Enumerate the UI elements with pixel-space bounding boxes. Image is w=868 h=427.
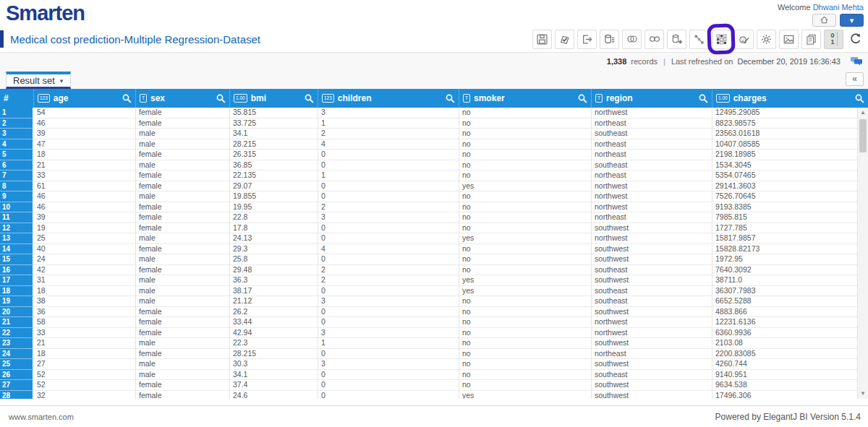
refresh-button[interactable]	[846, 30, 864, 49]
row-number: 5	[0, 150, 34, 160]
cell-sex: female	[136, 391, 230, 400]
title-accent-bar	[0, 30, 4, 48]
search-icon-age[interactable]	[122, 94, 132, 103]
table-row[interactable]: 1046female19.952nonorthwest9193.8385	[0, 202, 868, 213]
table-row[interactable]: 2527male30.33nosouthwest4260.744	[0, 359, 868, 370]
copy-pages-button[interactable]	[801, 30, 821, 49]
table-row[interactable]: 447male28.2154nonortheast10407.08585	[0, 139, 868, 150]
save-button[interactable]	[532, 30, 552, 49]
picture-button[interactable]	[779, 30, 799, 49]
table-row[interactable]: 733female22.1351nonortheast5354.07465	[0, 171, 868, 181]
search-icon-smoker[interactable]	[578, 94, 587, 103]
grid-body: 154female35.8153nonorthwest12495.2908524…	[0, 108, 868, 399]
cell-bmi: 22.3	[230, 338, 318, 349]
column-header-children[interactable]: 123children	[318, 89, 459, 108]
cell-sex: female	[136, 108, 230, 118]
table-row[interactable]: 1642female29.482nosoutheast7640.3092	[0, 265, 868, 276]
vertical-scrollbar[interactable]: ▲ ▼	[857, 108, 868, 399]
table-row[interactable]: 1818male38.170yessoutheast36307.7983	[0, 286, 868, 297]
cell-region: southwest	[592, 254, 712, 265]
database-list-button[interactable]	[600, 30, 619, 49]
column-label-smoker: smoker	[474, 93, 505, 103]
column-header-charges[interactable]: 1.00charges	[712, 89, 868, 108]
table-row[interactable]: 154female35.8153nonorthwest12495.29085	[0, 108, 868, 118]
table-row[interactable]: 2832female24.60yessouthwest17496.306	[0, 391, 868, 400]
search-icon-region[interactable]	[699, 94, 708, 103]
scroll-down-arrow[interactable]: ▼	[858, 389, 868, 399]
cell-sex: male	[136, 370, 230, 381]
database-plus-button[interactable]	[667, 30, 686, 49]
cell-bmi: 22.135	[230, 171, 318, 181]
cell-charges: 29141.3603	[712, 181, 868, 192]
cell-charges: 6360.9936	[712, 328, 868, 339]
cell-bmi: 30.3	[230, 359, 318, 370]
user-name-link[interactable]: Dhwani Mehta	[813, 3, 864, 12]
binary-column-button[interactable]: 01	[824, 30, 843, 49]
row-number: 20	[0, 307, 34, 318]
table-row[interactable]: 861female29.070yesnorthwest29141.3603	[0, 181, 868, 192]
column-header-sex[interactable]: Tsex	[136, 89, 230, 108]
grid-squares-button[interactable]	[712, 30, 731, 49]
table-row[interactable]: 339male34.12nosoutheast23563.01618	[0, 129, 868, 139]
user-area: Welcome Dhwani Mehta ▾	[778, 1, 864, 27]
search-icon-sex[interactable]	[216, 94, 226, 103]
search-icon-bmi[interactable]	[305, 94, 314, 103]
cell-region: southwest	[592, 391, 712, 400]
search-icon-children[interactable]	[446, 94, 455, 103]
cell-bmi: 24.13	[230, 233, 318, 244]
intersect-circles-button[interactable]	[622, 30, 642, 49]
table-row[interactable]: 2233female42.943nonorthwest6360.9936	[0, 328, 868, 339]
cell-bmi: 33.725	[230, 118, 318, 129]
table-row[interactable]: 2036female26.20nosouthwest4883.866	[0, 307, 868, 318]
table-row[interactable]: 1219female17.80nosouthwest1727.785	[0, 223, 868, 234]
table-row[interactable]: 246female33.7251nonortheast8823.98575	[0, 118, 868, 129]
column-type-icon-children: 123	[322, 94, 334, 103]
row-number: 25	[0, 359, 34, 370]
export-button[interactable]	[577, 30, 597, 49]
join-circles-button[interactable]	[644, 30, 664, 49]
cell-region: southwest	[592, 380, 712, 391]
table-row[interactable]: 1731male36.32yessouthwest38711.0	[0, 275, 868, 286]
column-type-icon-sex: T	[140, 94, 147, 103]
comments-icon[interactable]	[851, 56, 863, 66]
cell-children: 4	[318, 139, 459, 150]
search-icon-charges[interactable]	[855, 94, 864, 103]
table-row[interactable]: 2158female33.440nonorthwest12231.6136	[0, 317, 868, 328]
cell-children: 0	[318, 391, 459, 400]
column-header-bmi[interactable]: 1.00bmi	[230, 89, 318, 108]
home-button[interactable]	[812, 14, 836, 27]
gear-button[interactable]	[757, 30, 776, 49]
tab-label: Result set	[13, 75, 55, 86]
scroll-thumb[interactable]	[859, 119, 867, 152]
column-header-age[interactable]: 123age	[34, 89, 136, 108]
collapse-panel-button[interactable]: «	[846, 72, 864, 86]
table-row[interactable]: 518female26.3150nonortheast2198.18985	[0, 150, 868, 160]
table-row[interactable]: 2321male22.31nosouthwest2103.08	[0, 338, 868, 349]
table-row[interactable]: 1139female22.83nonortheast7985.815	[0, 212, 868, 223]
face-edit-button[interactable]	[734, 30, 754, 49]
column-header-smoker[interactable]: Tsmoker	[459, 89, 592, 108]
node-link-button[interactable]	[689, 30, 709, 49]
tab-result-set[interactable]: Result set ▾	[6, 72, 71, 89]
cell-region: northeast	[592, 349, 712, 360]
grid-squares-icon	[716, 34, 727, 45]
cell-smoker: no	[459, 328, 592, 339]
table-row[interactable]: 1325male24.130yesnorthwest15817.9857	[0, 233, 868, 244]
table-row[interactable]: 1938male21.123nosoutheast6652.5288	[0, 296, 868, 307]
scroll-up-arrow[interactable]: ▲	[858, 108, 868, 118]
table-row[interactable]: 2652male34.10nosoutheast9140.951	[0, 370, 868, 381]
table-row[interactable]: 2418female28.2150nonortheast2200.83085	[0, 349, 868, 360]
table-row[interactable]: 946male19.8550nonorthwest7526.70645	[0, 191, 868, 202]
user-menu-button[interactable]: ▾	[840, 14, 864, 27]
footer-url[interactable]: www.smarten.com	[9, 413, 74, 421]
column-header-region[interactable]: Tregion	[592, 89, 712, 108]
cell-region: northeast	[592, 139, 712, 150]
cell-age: 18	[34, 150, 136, 160]
check-flag-button[interactable]	[555, 30, 574, 49]
table-row[interactable]: 621male36.850nosoutheast1534.3045	[0, 160, 868, 171]
table-row[interactable]: 1524male25.80nosouthwest1972.95	[0, 254, 868, 265]
table-row[interactable]: 1440female29.34nosouthwest15828.82173	[0, 244, 868, 255]
table-row[interactable]: 2752female37.40nosouthwest9634.538	[0, 380, 868, 391]
intersect-circles-icon	[626, 34, 638, 44]
row-number: 8	[0, 181, 34, 192]
